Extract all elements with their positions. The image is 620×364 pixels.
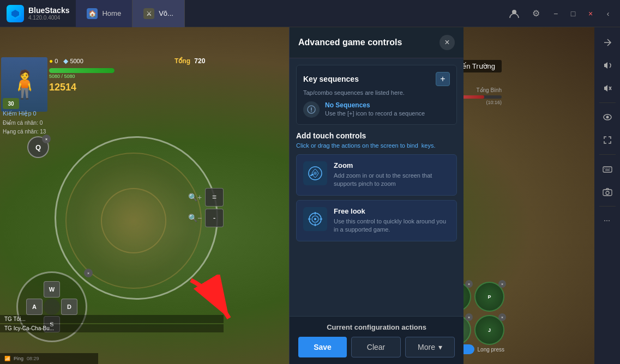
right-toolbar: ⋯ xyxy=(594,27,620,364)
rt-mute-button[interactable] xyxy=(598,78,617,98)
add-sequence-button[interactable]: + xyxy=(436,72,450,86)
svg-point-18 xyxy=(311,111,312,112)
ping-time: 08:29 xyxy=(27,356,39,361)
no-sequences-label: No Sequences xyxy=(325,101,425,109)
chat-area: TG Tôi... TG Icy-Ca-Cha-Bu... xyxy=(0,315,224,332)
skill-p-container: P × xyxy=(474,282,504,312)
tong-value: 720 xyxy=(194,57,205,65)
hang-stat: Hạng cá nhân: 13 xyxy=(3,128,46,136)
chat-msg-2: TG Icy-Ca-Cha-Bu... xyxy=(0,324,224,332)
rt-eye-button[interactable] xyxy=(598,107,617,127)
skill-j-container: J × xyxy=(474,315,504,345)
app-logo: BlueStacks 4.120.0.4004 xyxy=(0,5,76,22)
joystick-left[interactable]: A xyxy=(26,299,43,315)
zoom-out-row: 🔍− - xyxy=(188,209,224,227)
gold-currency: ● 0 xyxy=(49,57,58,65)
ping-bar: 📶 Ping 08:29 xyxy=(0,353,98,364)
rt-camera-button[interactable] xyxy=(598,182,617,202)
save-button[interactable]: Save xyxy=(298,337,347,357)
skill-j-close[interactable]: × xyxy=(498,313,506,321)
joystick-close-icon[interactable]: × xyxy=(84,269,93,277)
gem-currency: ◆ 5000 xyxy=(63,57,83,65)
enemy-coords: (10:16) xyxy=(486,100,502,105)
floor-inner xyxy=(101,188,166,253)
player-name: Kiếm Hiệp 0 xyxy=(3,110,37,117)
skill-p-close[interactable]: × xyxy=(498,280,506,288)
skill-p-label: P xyxy=(487,294,491,300)
zoom-out-icon: 🔍− xyxy=(188,214,202,222)
character-sprite: 🧍 xyxy=(8,69,41,100)
level-value: 30 xyxy=(8,101,14,107)
empty-tr xyxy=(61,281,77,298)
level-badge: 30 xyxy=(3,98,19,109)
joystick-center xyxy=(44,299,60,315)
minimize-button[interactable]: − xyxy=(548,6,563,21)
home-tab-label: Home xyxy=(102,9,121,17)
window-controls: ⚙ − □ × ‹ xyxy=(504,4,620,23)
agc-panel: Advanced game controls × Key sequences +… xyxy=(289,27,464,364)
agc-close-button[interactable]: × xyxy=(440,35,455,50)
rt-fullscreen-button[interactable] xyxy=(598,130,617,150)
skill-o-close[interactable]: × xyxy=(465,280,473,288)
svg-point-15 xyxy=(606,191,609,195)
more-chevron-icon: ▾ xyxy=(438,343,442,351)
rt-keyboard-button[interactable] xyxy=(598,159,617,179)
account-button[interactable] xyxy=(504,4,524,23)
home-tab[interactable]: 🏠 Home xyxy=(76,0,133,27)
health-section: 5080 / 5080 xyxy=(49,68,115,79)
power-display: 12514 xyxy=(49,82,76,93)
zoom-in-key[interactable]: = xyxy=(205,188,224,207)
long-press-label: Long press xyxy=(478,347,504,353)
joystick-right[interactable]: D xyxy=(61,299,77,315)
joystick-up[interactable]: W xyxy=(44,281,60,298)
rt-volume-button[interactable] xyxy=(598,56,617,75)
maximize-button[interactable]: □ xyxy=(565,6,581,21)
tong-label: Tổng 720 xyxy=(174,57,205,65)
power-value: 12514 xyxy=(49,82,76,93)
touch-subtitle-keys: keys. xyxy=(422,142,436,149)
tong-binh-label: Tổng Bính xyxy=(476,87,502,93)
tong-text: Tổng xyxy=(174,57,190,65)
zoom-control-item[interactable]: Zoom Add zoom in or out to the screen th… xyxy=(296,154,457,196)
no-seq-text: No Sequences Use the [+] icon to record … xyxy=(325,101,425,117)
ping-label: Ping xyxy=(14,356,23,361)
touch-controls-title: Add touch controls xyxy=(296,131,457,140)
more-button[interactable]: More ▾ xyxy=(405,337,455,357)
svg-point-20 xyxy=(314,172,317,175)
gem-icon: ◆ xyxy=(63,57,68,65)
game-tab-icon: ⚔ xyxy=(143,8,154,19)
rt-more-button[interactable]: ⋯ xyxy=(598,211,617,230)
rt-expand-button[interactable] xyxy=(598,33,617,52)
q-button[interactable]: Q × xyxy=(27,136,49,158)
health-bar-bg xyxy=(49,68,115,73)
currency-display: ● 0 ◆ 5000 xyxy=(49,57,83,65)
settings-button[interactable]: ⚙ xyxy=(526,4,546,23)
skill-j-label: J xyxy=(488,327,491,333)
back-button[interactable]: ‹ xyxy=(600,6,616,21)
skill-k-close[interactable]: × xyxy=(465,313,473,321)
health-text: 5080 / 5080 xyxy=(49,74,115,79)
zoom-control-desc: Add zoom in or out to the screen that su… xyxy=(334,172,450,189)
free-look-control-icon xyxy=(303,207,327,231)
diem-stat: Điểm cá nhân: 0 xyxy=(3,119,46,128)
zoom-out-key[interactable]: - xyxy=(205,209,224,227)
rt-divider-1 xyxy=(599,102,616,103)
footer-label: Current configuration actions xyxy=(298,323,455,331)
app-name: BlueStacks xyxy=(28,6,69,15)
clear-button[interactable]: Clear xyxy=(351,337,401,357)
free-look-control-desc: Use this control to quickly look around … xyxy=(334,217,450,234)
agc-footer: Current configuration actions Save Clear… xyxy=(290,316,464,364)
key-seq-header: Key sequences + xyxy=(303,72,450,86)
free-look-control-item[interactable]: Free look Use this control to quickly lo… xyxy=(296,200,457,241)
svg-rect-8 xyxy=(603,167,612,172)
floor-pattern xyxy=(65,153,202,289)
free-look-control-name: Free look xyxy=(334,207,450,215)
zoom-in-row: 🔍+ = xyxy=(188,188,224,207)
zoom-control-info: Zoom Add zoom in or out to the screen th… xyxy=(334,161,450,189)
q-close-icon[interactable]: × xyxy=(42,135,51,143)
close-button[interactable]: × xyxy=(583,6,598,21)
game-tab[interactable]: ⚔ Võ... xyxy=(133,0,185,27)
touch-subtitle-part1: Click or drag the actions on the screen … xyxy=(296,142,418,149)
rt-divider-2 xyxy=(599,154,616,155)
svg-point-24 xyxy=(314,218,316,220)
